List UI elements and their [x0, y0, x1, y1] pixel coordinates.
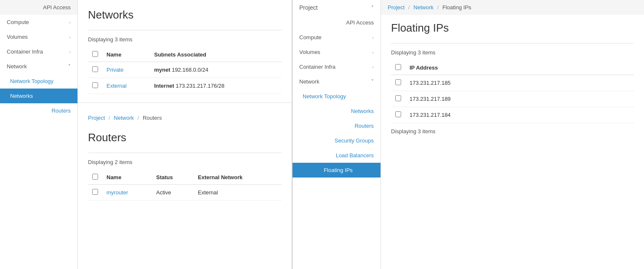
- sidebar-item-network[interactable]: Network ˅: [0, 59, 77, 74]
- routers-table: Name Status External Network myrouter Ac…: [88, 170, 282, 201]
- network-name-link[interactable]: Private: [106, 67, 123, 73]
- sidebar-item-routers[interactable]: Routers: [0, 103, 77, 118]
- chevron-right-icon: ›: [372, 35, 374, 40]
- breadcrumb-project[interactable]: Project: [388, 4, 404, 11]
- router-name-link[interactable]: myrouter: [106, 189, 128, 196]
- floating-ip-checkbox[interactable]: [395, 111, 401, 117]
- floating-ip-address: 173.231.217.185: [405, 75, 634, 91]
- networks-select-all-checkbox[interactable]: [92, 51, 98, 57]
- right-sidebar-load-balancers[interactable]: Load Balancers: [293, 148, 381, 163]
- right-sidebar-compute[interactable]: Compute ›: [293, 30, 381, 45]
- floating-ips-breadcrumb: Project / Network / Floating IPs: [381, 0, 644, 15]
- chevron-right-icon: ›: [69, 35, 71, 40]
- right-sidebar-floating-ips[interactable]: Floating IPs: [293, 163, 381, 178]
- sidebar-api-access[interactable]: API Access: [0, 0, 77, 15]
- routers-section: Project / Network / Routers Routers Disp…: [78, 103, 292, 209]
- network-name-link[interactable]: External: [106, 83, 127, 89]
- right-sidebar: Project ˅ API Access Compute › Volumes ›…: [293, 0, 381, 269]
- table-row: 173.231.217.185: [391, 75, 634, 91]
- table-row: Private mynet 192.168.0.0/24: [88, 62, 282, 78]
- chevron-down-icon: ˅: [371, 79, 374, 84]
- right-sidebar-project[interactable]: Project ˅: [293, 0, 381, 15]
- breadcrumb-project[interactable]: Project: [88, 115, 105, 121]
- right-main-content: Project / Network / Floating IPs Floatin…: [381, 0, 644, 269]
- right-sidebar-networks[interactable]: Networks: [293, 104, 381, 118]
- right-sidebar-security-groups[interactable]: Security Groups: [293, 133, 381, 148]
- sidebar-item-networks[interactable]: Networks: [0, 89, 77, 103]
- routers-breadcrumb: Project / Network / Routers: [88, 111, 282, 124]
- floating-ip-address: 173.231.217.189: [405, 91, 634, 107]
- table-row: 173.231.217.184: [391, 107, 634, 123]
- right-sidebar-api-access[interactable]: API Access: [293, 15, 381, 30]
- chevron-right-icon: ›: [69, 49, 71, 54]
- networks-count: Displaying 3 items: [88, 36, 282, 43]
- routers-title: Routers: [88, 131, 282, 144]
- routers-col-name: Name: [102, 170, 152, 185]
- right-sidebar-network[interactable]: Network ˅: [293, 74, 381, 89]
- sidebar-item-compute[interactable]: Compute ›: [0, 15, 77, 30]
- sidebar-item-network-topology[interactable]: Network Topology: [0, 74, 77, 89]
- floating-ips-title: Floating IPs: [391, 22, 634, 35]
- floating-ips-count-bottom: Displaying 3 items: [391, 128, 634, 134]
- floating-ips-count-top: Displaying 3 items: [391, 49, 634, 56]
- networks-col-subnets: Subnets Associated: [150, 48, 282, 62]
- breadcrumb-network[interactable]: Network: [413, 4, 434, 11]
- router-status: Active: [152, 185, 194, 201]
- floating-ip-address: 173.231.217.184: [405, 107, 634, 123]
- chevron-right-icon: ›: [69, 20, 71, 25]
- router-external-network: External: [194, 185, 282, 201]
- right-sidebar-container-infra[interactable]: Container Infra ›: [293, 59, 381, 74]
- right-sidebar-volumes[interactable]: Volumes ›: [293, 45, 381, 59]
- right-panel: Project ˅ API Access Compute › Volumes ›…: [293, 0, 644, 269]
- floating-ips-table: IP Address 173.231.217.185 173.231.217.1…: [391, 61, 634, 123]
- floating-ips-select-all-checkbox[interactable]: [395, 64, 401, 70]
- right-sidebar-routers[interactable]: Routers: [293, 118, 381, 133]
- sidebar-item-container-infra[interactable]: Container Infra ›: [0, 44, 77, 59]
- router-row-checkbox[interactable]: [92, 189, 98, 195]
- chevron-down-icon: ˅: [68, 64, 71, 69]
- chevron-right-icon: ›: [372, 50, 374, 55]
- subnet-value: 173.231.217.176/28: [176, 83, 225, 89]
- subnet-label: Internet: [154, 83, 174, 89]
- sidebar-item-volumes[interactable]: Volumes ›: [0, 30, 77, 44]
- left-sidebar: API Access Compute › Volumes › Container…: [0, 0, 78, 269]
- networks-col-name: Name: [102, 48, 150, 62]
- floating-ips-col-ip: IP Address: [405, 61, 634, 75]
- routers-count: Displaying 2 items: [88, 159, 282, 165]
- subnet-label: mynet: [154, 67, 170, 73]
- network-row-checkbox[interactable]: [92, 66, 98, 72]
- right-sidebar-network-topology[interactable]: Network Topology: [293, 89, 381, 104]
- table-row: External Internet 173.231.217.176/28: [88, 78, 282, 94]
- routers-select-all-checkbox[interactable]: [92, 174, 98, 180]
- breadcrumb-current: Floating IPs: [442, 4, 471, 11]
- network-row-checkbox[interactable]: [92, 82, 98, 88]
- floating-ip-checkbox[interactable]: [395, 79, 401, 85]
- networks-title: Networks: [88, 8, 282, 22]
- subnet-value: 192.168.0.0/24: [172, 67, 208, 73]
- chevron-right-icon: ›: [372, 65, 374, 70]
- floating-ip-checkbox[interactable]: [395, 95, 401, 101]
- routers-col-status: Status: [152, 170, 194, 185]
- breadcrumb-current: Routers: [143, 115, 162, 121]
- networks-section: Networks Displaying 3 items Name Subnets…: [78, 0, 292, 103]
- routers-col-external: External Network: [194, 170, 282, 185]
- chevron-down-icon: ˅: [371, 5, 374, 11]
- breadcrumb-network[interactable]: Network: [114, 115, 134, 121]
- table-row: 173.231.217.189: [391, 91, 634, 107]
- left-main-content: Networks Displaying 3 items Name Subnets…: [78, 0, 292, 269]
- networks-table: Name Subnets Associated Private mynet 19…: [88, 48, 282, 94]
- table-row: myrouter Active External: [88, 185, 282, 201]
- left-panel: API Access Compute › Volumes › Container…: [0, 0, 293, 269]
